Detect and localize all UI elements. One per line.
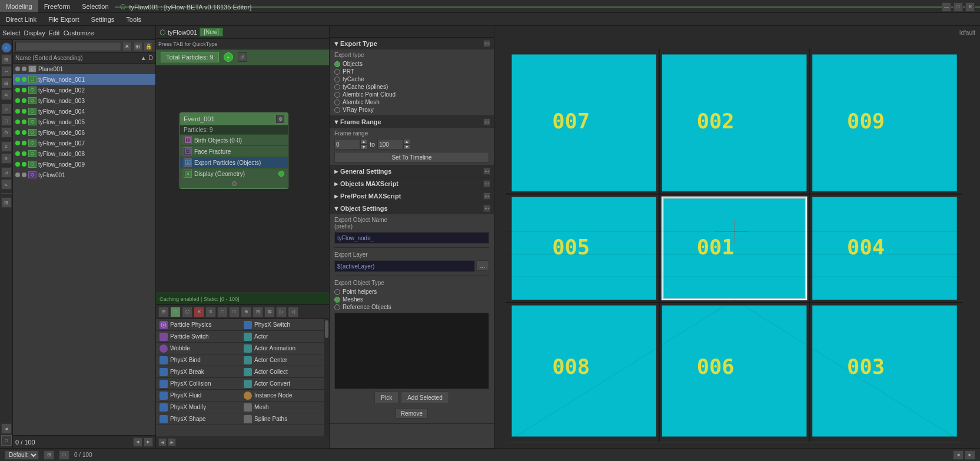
general-settings-header[interactable]: ► General Settings ⋯ (330, 165, 494, 177)
icon-btn-6[interactable]: □ (1, 115, 12, 126)
export-type-options-btn[interactable]: ⋯ (483, 40, 490, 47)
frame-range-header[interactable]: ▼ Frame Range ⋯ (330, 116, 494, 128)
event-item-fracture[interactable]: Face Fracture (180, 145, 288, 157)
flow-tool-11[interactable]: ▷ (276, 307, 287, 317)
icon-btn-7[interactable]: ⊙ (1, 127, 12, 138)
list-item-node002[interactable]: ⬡ tyFlow_node_002 (13, 85, 155, 95)
sidebar-customize-btn[interactable]: Customize (64, 29, 94, 37)
frame-to-up[interactable]: ▲ (403, 139, 410, 144)
event-item-display[interactable]: Display (Geometry) (180, 168, 288, 179)
list-item-tyflow001[interactable]: ⬡ tyFlow001 (13, 170, 155, 180)
palette-actor-collect[interactable]: Actor Collect (240, 366, 324, 378)
list-item-node001[interactable]: ⬡ tyFlow_node_001 (13, 74, 155, 85)
general-settings-options-btn[interactable]: ⋯ (483, 168, 490, 175)
filter-lock-btn[interactable]: 🔒 (144, 42, 153, 51)
list-item-node006[interactable]: ⬡ tyFlow_node_006 (13, 127, 155, 138)
flow-tool-2[interactable]: □ (170, 307, 181, 317)
icon-btn-8[interactable]: ≡ (1, 141, 12, 152)
palette-physx-collision[interactable]: PhysX Collision (156, 378, 240, 390)
status-icon-2[interactable]: □ (59, 450, 69, 460)
palette-actor[interactable]: Actor (240, 331, 324, 343)
sidebar-nav-next[interactable]: ► (144, 437, 153, 447)
radio-prt-btn[interactable] (334, 69, 340, 75)
palette-nav-left[interactable]: ◄ (158, 438, 167, 446)
palette-mesh[interactable]: Mesh (240, 402, 324, 413)
menu-modeling[interactable]: Modeling (0, 0, 38, 12)
radio-tycache-splines[interactable]: tyCache (splines) (334, 84, 489, 90)
event-item-birth[interactable]: Birth Objects (0-0) (180, 134, 288, 145)
status-prev-btn[interactable]: ◄ (953, 450, 964, 460)
radio-vray-proxy[interactable]: VRay Proxy (334, 107, 489, 113)
object-settings-options-btn[interactable]: ⋯ (483, 205, 490, 212)
objects-maxscript-header[interactable]: ► Objects MAXScript ⋯ (330, 178, 494, 190)
event-item-export[interactable]: Export Particles (Objects) (180, 157, 288, 168)
prepost-maxscript-options-btn[interactable]: ⋯ (483, 193, 490, 200)
frame-from-up[interactable]: ▲ (360, 139, 367, 144)
frame-range-options-btn[interactable]: ⋯ (483, 118, 490, 125)
icon-btn-4[interactable]: ≋ (1, 89, 12, 100)
palette-physx-bind[interactable]: PhysX Bind (156, 354, 240, 366)
menu-freeform[interactable]: Freeform (38, 0, 77, 12)
radio-vray-proxy-btn[interactable] (334, 107, 340, 113)
search-input[interactable] (15, 42, 121, 51)
flow-new-tab-btn[interactable]: [New] (200, 28, 223, 37)
list-item-node003[interactable]: ⬡ tyFlow_node_003 (13, 95, 155, 106)
icon-btn-5[interactable]: ▷ (1, 104, 12, 114)
flow-canvas[interactable]: Event_001 ⚙ Particles: 9 Birth Objects (… (156, 65, 329, 293)
list-item-node008[interactable]: ⬡ tyFlow_node_008 (13, 148, 155, 159)
radio-alembic-mesh-btn[interactable] (334, 100, 340, 105)
flow-tool-4[interactable]: ✕ (194, 307, 204, 317)
export-name-input[interactable]: tyFlow_node_ (334, 232, 489, 244)
viewport[interactable]: 007 002 009 005 001 004 008 006 003 (494, 26, 980, 448)
filter-clear-btn[interactable]: ✕ (122, 42, 132, 51)
radio-tycache-splines-btn[interactable] (334, 84, 340, 90)
palette-actor-animation[interactable]: Actor Animation (240, 343, 324, 354)
palette-nav-right[interactable]: ► (168, 438, 176, 446)
palette-actor-center[interactable]: Actor Center (240, 354, 324, 366)
export-layer-browse-btn[interactable]: ... (476, 260, 489, 271)
filter-options-btn[interactable]: ⊞ (133, 42, 142, 51)
export-type-header[interactable]: ▼ Export Type ⋯ (330, 38, 494, 49)
sidebar-nav-prev[interactable]: ◄ (133, 437, 142, 447)
radio-alembic-mesh[interactable]: Alembic Mesh (334, 99, 489, 105)
radio-prt[interactable]: PRT (334, 68, 489, 75)
palette-physx-modify[interactable]: PhysX Modify (156, 402, 240, 413)
frame-to-input[interactable]: 100 (377, 139, 403, 150)
window-maximize-btn[interactable]: □ (954, 2, 963, 12)
radio-point-helpers-btn[interactable] (334, 289, 340, 295)
flow-tool-7[interactable]: □ (229, 307, 240, 317)
icon-btn-1[interactable]: ⊞ (1, 54, 12, 65)
flow-tool-9[interactable]: ⊟ (253, 307, 263, 317)
sidebar-edit-btn[interactable]: Edit (49, 29, 60, 37)
flow-reset-btn[interactable]: ↺ (238, 52, 247, 62)
pick-btn[interactable]: Pick (374, 392, 398, 403)
add-selected-btn[interactable]: Add Selected (401, 392, 449, 403)
flow-run-btn[interactable]: ● (224, 52, 233, 62)
list-item-node004[interactable]: ⬡ tyFlow_node_004 (13, 106, 155, 117)
icon-btn-2[interactable]: ↔ (1, 66, 12, 77)
frame-from-down[interactable]: ▼ (360, 144, 367, 150)
icon-btn-11[interactable]: ⊾ (1, 179, 12, 190)
radio-tycache-btn[interactable] (334, 77, 340, 82)
radio-alembic-point[interactable]: Alembic Point Cloud (334, 91, 489, 98)
menu-tools[interactable]: Tools (120, 13, 147, 25)
radio-point-helpers[interactable]: Point helpers (334, 288, 489, 295)
radio-ref-objects[interactable]: Reference Objects (334, 304, 489, 310)
layer-dropdown[interactable]: Default (5, 450, 39, 460)
frame-from-input[interactable]: 0 (334, 139, 360, 150)
palette-wobble[interactable]: Wobble (156, 343, 240, 354)
palette-scroll-thumb[interactable] (325, 320, 328, 338)
menu-settings[interactable]: Settings (85, 13, 121, 25)
palette-actor-convert[interactable]: Actor Convert (240, 378, 324, 390)
sidebar-display-btn[interactable]: Display (24, 29, 45, 37)
window-minimize-btn[interactable]: — (942, 2, 951, 12)
flow-tool-6[interactable]: □ (217, 307, 228, 317)
flow-tool-8[interactable]: ⊕ (241, 307, 251, 317)
palette-particle-physics[interactable]: Particle Physics (156, 319, 240, 331)
set-to-timeline-btn[interactable]: Set To Timeline (334, 152, 489, 162)
flow-tool-10[interactable]: ⊠ (264, 307, 275, 317)
radio-ref-objects-btn[interactable] (334, 304, 340, 310)
palette-physx-switch[interactable]: PhysX Switch (240, 319, 324, 331)
event-node-settings-btn[interactable]: ⚙ (276, 115, 284, 123)
menu-selection[interactable]: Selection (76, 0, 114, 12)
